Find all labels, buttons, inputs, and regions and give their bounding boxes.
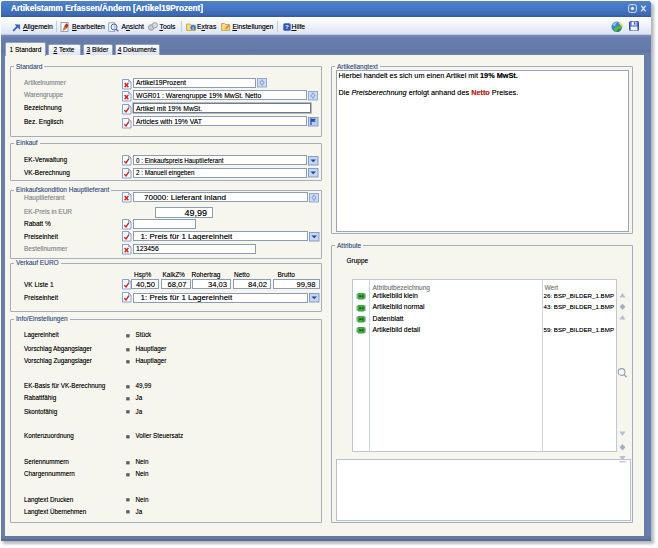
svg-text:?: ?: [285, 23, 289, 30]
